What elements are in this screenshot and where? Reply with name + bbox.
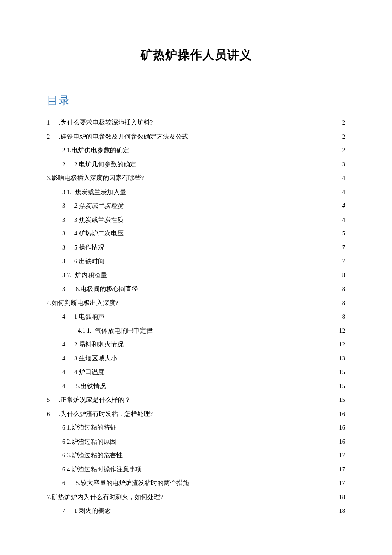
toc-entry[interactable]: 6.2.炉渣过粘的原因16	[47, 435, 345, 449]
toc-entry-number: 6	[62, 480, 74, 486]
toc-entry-page: 8	[337, 272, 345, 279]
toc-entry[interactable]: 4.如何判断电极出入深度?8	[47, 296, 345, 310]
toc-entry[interactable]: 3.影响电极插入深度的因素有哪些?4	[47, 171, 345, 185]
toc-entry[interactable]: 4.1.电弧响声8	[47, 310, 345, 324]
toc-entry-text: .5.较大容量的电炉炉渣发粘时的两个措施	[74, 480, 189, 486]
toc-entry-text: .8.电极间的极心圆直径	[74, 286, 138, 292]
toc-entry-text: 4.炉口温度	[74, 369, 104, 375]
toc-entry[interactable]: 7.矿热炉炉内为什么有时刺火，如何处理?18	[47, 490, 345, 504]
toc-entry[interactable]: 3.6.出铁时间7	[47, 254, 345, 268]
toc-entry[interactable]: 3.8.电极间的极心圆直径8	[47, 282, 345, 296]
toc-entry-page: 8	[337, 314, 345, 320]
toc-entry-page: 7	[337, 244, 345, 251]
toc-entry[interactable]: 5.正常炉况应是什么样的？15	[47, 393, 345, 407]
toc-entry-text: 2.电炉几何参数的确定	[74, 161, 136, 168]
toc-entry-text: 6.出铁时间	[74, 258, 104, 264]
table-of-contents: 1.为什么要求电极较深地插入炉料?22.硅铁电炉的电参数及几何参数确定方法及公式…	[47, 116, 345, 518]
toc-entry[interactable]: 2.2.电炉几何参数的确定3	[47, 157, 345, 171]
toc-entry-number: 4.1.1.	[78, 328, 95, 334]
toc-entry[interactable]: 2.1.电炉供电参数的确定2	[47, 143, 345, 157]
toc-entry-page: 8	[337, 300, 345, 306]
toc-entry[interactable]: 4.2.塌料和刺火情况12	[47, 337, 345, 352]
toc-entry-text: 6.2.炉渣过粘的原因	[62, 439, 116, 445]
toc-entry-text: 6.4.炉渣过粘时操作注意事项	[62, 466, 142, 473]
toc-entry[interactable]: 4.1.1.气体放电的巴申定律12	[47, 324, 345, 338]
toc-entry-text: 气体放电的巴申定律	[95, 328, 153, 334]
toc-entry[interactable]: 4.4.炉口温度15	[47, 365, 345, 379]
toc-entry-text: 炉内积渣量	[75, 272, 107, 279]
toc-entry-number: 3.	[62, 203, 74, 209]
toc-entry-number: 3.	[62, 258, 74, 264]
toc-entry-page: 4	[337, 217, 345, 223]
page-title: 矿热炉操作人员讲义	[47, 47, 345, 63]
toc-entry-text: 4.矿热炉二次电压	[74, 230, 124, 237]
toc-entry-text: 焦炭或兰炭加入量	[75, 189, 126, 195]
toc-entry[interactable]: 3.2.焦炭或兰炭粒度4	[47, 199, 345, 213]
toc-entry-page: 4	[337, 189, 345, 195]
toc-entry-page: 5	[337, 230, 345, 237]
toc-entry[interactable]: 1.为什么要求电极较深地插入炉料?2	[47, 116, 345, 130]
toc-entry-number: 3	[62, 286, 74, 292]
toc-entry[interactable]: 3.3.焦炭或兰炭性质4	[47, 213, 345, 227]
toc-entry-text: 2.塌料和刺火情况	[74, 341, 124, 348]
toc-entry-text: .硅铁电炉的电参数及几何参数确定方法及公式	[59, 134, 188, 140]
toc-entry[interactable]: 6.1.炉渣过粘的特征16	[47, 421, 345, 435]
toc-entry-page: 16	[337, 439, 345, 445]
toc-entry-text: 1.电弧响声	[74, 314, 104, 320]
toc-entry-text: 2.焦炭或兰炭粒度	[74, 203, 124, 209]
toc-entry-text: 6.1.炉渣过粘的特征	[62, 424, 116, 431]
toc-entry-number: 4.	[62, 314, 74, 320]
toc-entry-number: 4.	[62, 369, 74, 375]
toc-heading: 目录	[47, 93, 345, 108]
toc-entry-number: 4.	[62, 341, 74, 348]
toc-entry-text: 3.生烟区域大小	[74, 355, 117, 362]
toc-entry-page: 15	[337, 397, 345, 403]
toc-entry-page: 8	[337, 286, 345, 292]
toc-entry-page: 13	[337, 355, 345, 362]
toc-entry-number: 6	[47, 411, 59, 417]
toc-entry-number: 2.	[62, 161, 74, 168]
document-page: 矿热炉操作人员讲义 目录 1.为什么要求电极较深地插入炉料?22.硅铁电炉的电参…	[0, 0, 392, 555]
toc-entry-page: 4	[337, 175, 345, 181]
toc-entry-page: 4	[337, 203, 345, 209]
toc-entry-page: 12	[337, 328, 345, 334]
toc-entry[interactable]: 3.4.矿热炉二次电压5	[47, 227, 345, 241]
toc-entry-number: 3.7.	[62, 272, 75, 279]
toc-entry-number: 1	[47, 119, 59, 126]
toc-entry-number: 2	[47, 134, 59, 140]
toc-entry[interactable]: 6.3.炉渣过粘的危害性17	[47, 448, 345, 462]
toc-entry-text: 5.操作情况	[74, 244, 104, 251]
toc-entry-text: 1.刺火的概念	[74, 508, 111, 514]
toc-entry[interactable]: 6.为什么炉渣有时发粘，怎样处理?16	[47, 407, 345, 421]
toc-entry[interactable]: 6.4.炉渣过粘时操作注意事项17	[47, 462, 345, 477]
toc-entry-text: 4.如何判断电极出入深度?	[47, 300, 118, 306]
toc-entry-number: 3.	[62, 244, 74, 251]
toc-entry-number: 3.1.	[62, 189, 75, 195]
toc-entry[interactable]: 3.5.操作情况7	[47, 241, 345, 255]
toc-entry-page: 2	[337, 134, 345, 140]
toc-entry-page: 17	[337, 480, 345, 486]
toc-entry[interactable]: 6.5.较大容量的电炉炉渣发粘时的两个措施17	[47, 476, 345, 490]
toc-entry[interactable]: 3.1.焦炭或兰炭加入量4	[47, 185, 345, 199]
toc-entry-page: 15	[337, 369, 345, 375]
toc-entry[interactable]: 2.硅铁电炉的电参数及几何参数确定方法及公式2	[47, 130, 345, 144]
toc-entry-page: 18	[337, 508, 345, 514]
toc-entry-number: 3.	[62, 217, 74, 223]
toc-entry-page: 16	[337, 411, 345, 417]
toc-entry-number: 4.	[62, 355, 74, 362]
toc-entry-text: .5.出铁情况	[74, 383, 106, 389]
toc-entry-page: 2	[337, 119, 345, 126]
toc-entry-page: 3	[337, 161, 345, 168]
toc-entry[interactable]: 4.5.出铁情况15	[47, 379, 345, 393]
toc-entry-page: 16	[337, 424, 345, 431]
toc-entry[interactable]: 4.3.生烟区域大小13	[47, 352, 345, 366]
toc-entry-page: 17	[337, 452, 345, 459]
toc-entry-text: .为什么炉渣有时发粘，怎样处理?	[59, 411, 153, 417]
toc-entry-text: 3.焦炭或兰炭性质	[74, 217, 124, 223]
toc-entry-text: 6.3.炉渣过粘的危害性	[62, 452, 123, 459]
toc-entry-text: .正常炉况应是什么样的？	[59, 397, 131, 403]
toc-entry[interactable]: 3.7.炉内积渣量8	[47, 268, 345, 282]
toc-entry-page: 17	[337, 466, 345, 473]
toc-entry[interactable]: 7.1.刺火的概念18	[47, 504, 345, 518]
toc-entry-number: 4	[62, 383, 74, 389]
